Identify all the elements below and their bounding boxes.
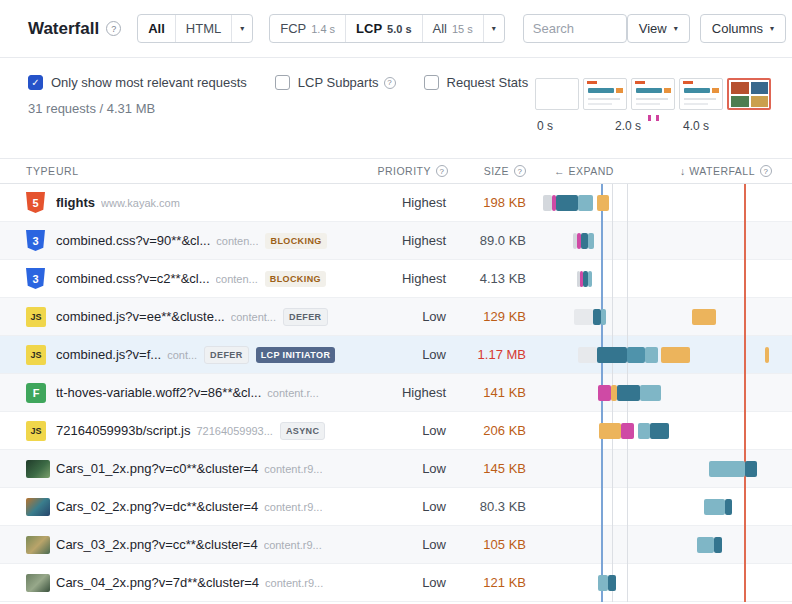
checkbox-checked-icon: ✓ bbox=[28, 75, 43, 90]
view-button[interactable]: View ▾ bbox=[627, 14, 690, 43]
type-cell: F bbox=[16, 383, 56, 403]
filmstrip-frame[interactable] bbox=[679, 78, 723, 110]
request-domain: conten... bbox=[216, 235, 258, 247]
column-priority[interactable]: PRIORITY ? bbox=[360, 165, 450, 177]
request-domain: content.r9... bbox=[264, 463, 322, 475]
request-url: combined.js?v=ee**&cluste... bbox=[56, 309, 225, 324]
waterfall-bar[interactable] bbox=[725, 499, 732, 515]
waterfall-bar[interactable] bbox=[597, 347, 627, 363]
filter-all-tab[interactable]: All bbox=[138, 15, 175, 42]
waterfall-bar[interactable] bbox=[601, 309, 606, 325]
columns-button[interactable]: Columns ▾ bbox=[700, 14, 786, 43]
waterfall-bar[interactable] bbox=[617, 385, 640, 401]
waterfall-bar[interactable] bbox=[597, 195, 609, 211]
waterfall-bar[interactable] bbox=[556, 195, 578, 211]
waterfall-bar[interactable] bbox=[661, 347, 690, 363]
waterfall-bar[interactable] bbox=[697, 537, 714, 553]
column-url[interactable]: URL bbox=[56, 165, 360, 177]
url-cell: tt-hoves-variable.woff2?v=86**&cl... con… bbox=[56, 385, 360, 400]
waterfall-bar[interactable] bbox=[704, 499, 725, 515]
request-row[interactable]: Cars_03_2x.png?v=cc**&cluster=4 content.… bbox=[0, 526, 792, 564]
waterfall-bar[interactable] bbox=[709, 461, 745, 477]
request-priority: Highest bbox=[360, 233, 450, 248]
request-row[interactable]: Cars_02_2x.png?v=dc**&cluster=4 content.… bbox=[0, 488, 792, 526]
request-url: flights bbox=[56, 195, 95, 210]
waterfall-bar[interactable] bbox=[640, 385, 661, 401]
chevron-down-icon[interactable]: ▾ bbox=[483, 15, 504, 42]
waterfall-cell bbox=[540, 184, 792, 221]
css-file-icon: 3 bbox=[26, 268, 45, 289]
help-icon[interactable]: ? bbox=[760, 165, 772, 177]
waterfall-bar[interactable] bbox=[745, 461, 757, 477]
waterfall-bar[interactable] bbox=[574, 309, 593, 325]
checkbox-lcp-subparts[interactable]: LCP Subparts ? bbox=[275, 75, 396, 90]
filter-html-tab[interactable]: HTML bbox=[175, 15, 231, 42]
badges: BLOCKING bbox=[258, 233, 326, 249]
filmstrip-frame-selected[interactable] bbox=[727, 78, 771, 110]
column-size[interactable]: SIZE ? bbox=[450, 165, 540, 177]
timeline-label: 0 s bbox=[537, 119, 553, 133]
waterfall-bar[interactable] bbox=[543, 195, 552, 211]
url-cell: combined.css?v=c2**&cl... conten... BLOC… bbox=[56, 271, 360, 287]
chevron-down-icon[interactable]: ▾ bbox=[231, 15, 252, 42]
request-row[interactable]: Cars_04_2x.png?v=7d**&cluster=4 content.… bbox=[0, 564, 792, 602]
filter-fcp-tab[interactable]: FCP 1.4 s bbox=[270, 15, 345, 42]
waterfall-bar[interactable] bbox=[578, 347, 597, 363]
checkbox-unchecked-icon bbox=[424, 75, 439, 90]
waterfall-bar[interactable] bbox=[645, 347, 658, 363]
waterfall-bar[interactable] bbox=[692, 309, 716, 325]
column-type[interactable]: TYPE bbox=[16, 165, 56, 177]
waterfall-bar[interactable] bbox=[638, 423, 650, 439]
request-row[interactable]: JS 72164059993b/script.js 72164059993...… bbox=[0, 412, 792, 450]
filmstrip-frame[interactable] bbox=[535, 78, 579, 110]
help-icon[interactable]: ? bbox=[514, 165, 526, 177]
filmstrip-frame[interactable] bbox=[583, 78, 627, 110]
waterfall-bar[interactable] bbox=[608, 575, 616, 591]
request-size: 80.3 KB bbox=[450, 499, 540, 514]
request-row[interactable]: F tt-hoves-variable.woff2?v=86**&cl... c… bbox=[0, 374, 792, 412]
request-row[interactable]: 3 combined.css?v=c2**&cl... conten... BL… bbox=[0, 260, 792, 298]
filter-lcp-tab[interactable]: LCP 5.0 s bbox=[345, 15, 421, 42]
checkbox-request-stats[interactable]: Request Stats bbox=[424, 75, 529, 90]
request-priority: Highest bbox=[360, 271, 450, 286]
waterfall-bar[interactable] bbox=[621, 423, 634, 439]
request-url: Cars_02_2x.png?v=dc**&cluster=4 bbox=[56, 499, 258, 514]
request-size: 198 KB bbox=[450, 195, 540, 210]
waterfall-bar[interactable] bbox=[598, 575, 608, 591]
url-cell: 72164059993b/script.js 72164059993... AS… bbox=[56, 422, 360, 440]
search-input[interactable] bbox=[523, 14, 627, 43]
request-row[interactable]: JS combined.js?v=ee**&cluste... content.… bbox=[0, 298, 792, 336]
badges: DEFERLCP INITIATOR bbox=[197, 346, 335, 364]
waterfall-bar[interactable] bbox=[650, 423, 669, 439]
badge-async: ASYNC bbox=[280, 422, 326, 440]
help-icon[interactable]: ? bbox=[384, 77, 396, 89]
waterfall-bar[interactable] bbox=[598, 385, 611, 401]
request-row[interactable]: 5 flights www.kayak.com Highest 198 KB bbox=[0, 184, 792, 222]
waterfall-bar[interactable] bbox=[588, 233, 594, 249]
expand-control[interactable]: ← EXPAND bbox=[554, 165, 614, 177]
fcp-value: 1.4 s bbox=[311, 23, 335, 35]
url-cell: Cars_01_2x.png?v=c0**&cluster=4 content.… bbox=[56, 461, 360, 476]
waterfall-bar[interactable] bbox=[578, 195, 593, 211]
filmstrip-frame[interactable] bbox=[631, 78, 675, 110]
filter-all-time-tab[interactable]: All 15 s bbox=[422, 15, 483, 42]
waterfall-cell bbox=[540, 374, 792, 411]
waterfall-bar[interactable] bbox=[593, 309, 601, 325]
waterfall-bar[interactable] bbox=[588, 271, 592, 287]
waterfall-bar[interactable] bbox=[599, 423, 621, 439]
request-row[interactable]: JS combined.js?v=f... cont... DEFERLCP I… bbox=[0, 336, 792, 374]
waterfall-bar[interactable] bbox=[714, 537, 722, 553]
request-row[interactable]: 3 combined.css?v=90**&cl... conten... BL… bbox=[0, 222, 792, 260]
help-icon[interactable]: ? bbox=[106, 21, 121, 36]
checkbox-relevant-requests[interactable]: ✓ Only show most relevant requests bbox=[28, 75, 247, 90]
column-waterfall[interactable]: ↓ WATERFALL ? bbox=[680, 165, 772, 177]
request-size: 121 KB bbox=[450, 575, 540, 590]
waterfall-bar[interactable] bbox=[581, 233, 588, 249]
waterfall-bar[interactable] bbox=[627, 347, 645, 363]
help-icon[interactable]: ? bbox=[436, 165, 448, 177]
request-domain: www.kayak.com bbox=[101, 197, 180, 209]
request-domain: content.r9... bbox=[264, 501, 322, 513]
waterfall-bar[interactable] bbox=[765, 347, 769, 363]
request-row[interactable]: Cars_01_2x.png?v=c0**&cluster=4 content.… bbox=[0, 450, 792, 488]
request-priority: Low bbox=[360, 461, 450, 476]
